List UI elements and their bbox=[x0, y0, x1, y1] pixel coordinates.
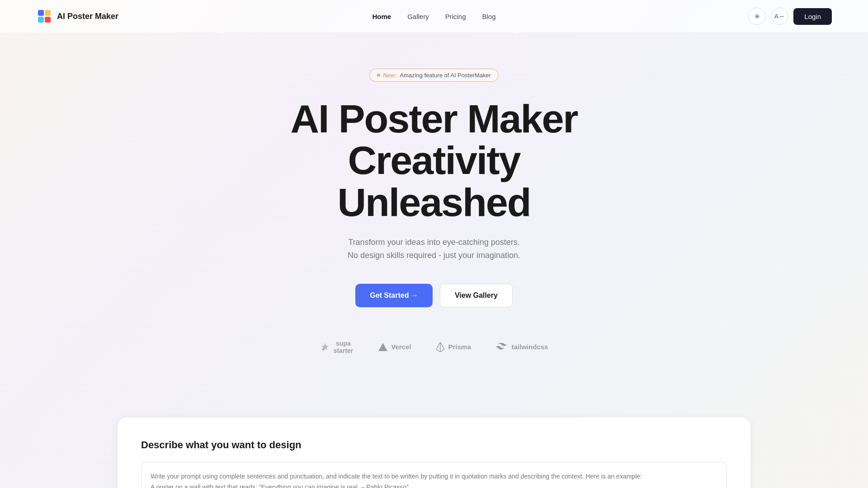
supastarter-label: supastarter bbox=[334, 340, 354, 354]
prisma-label: Prisma bbox=[448, 343, 471, 351]
hero-subtitle-line2: No design skills required - just your im… bbox=[348, 251, 520, 260]
translate-button[interactable]: A↔ bbox=[771, 8, 788, 25]
badge-dot bbox=[377, 74, 380, 77]
svg-rect-1 bbox=[45, 10, 51, 16]
nav-links: Home Gallery Pricing Blog bbox=[372, 13, 495, 20]
logo[interactable]: AI Poster Maker bbox=[36, 8, 118, 24]
svg-point-4 bbox=[322, 348, 325, 351]
design-section: Describe what you want to design bbox=[118, 418, 750, 488]
badge-description: Amazing feature of AI PosterMaker bbox=[400, 72, 491, 79]
nav-pricing[interactable]: Pricing bbox=[445, 13, 466, 20]
design-section-title: Describe what you want to design bbox=[141, 439, 727, 451]
sun-icon: ✳ bbox=[754, 12, 760, 21]
brand-prisma: Prisma bbox=[436, 342, 471, 352]
logo-icon bbox=[36, 8, 52, 24]
brand-supastarter: supastarter bbox=[320, 340, 354, 354]
nav-blog[interactable]: Blog bbox=[482, 13, 496, 20]
navbar: AI Poster Maker Home Gallery Pricing Blo… bbox=[0, 0, 868, 33]
nav-right: ✳ A↔ Login bbox=[748, 8, 832, 25]
svg-rect-3 bbox=[45, 17, 51, 23]
hero-title-line3: Unleashed bbox=[337, 180, 530, 225]
badge-new-label: New: bbox=[383, 72, 397, 79]
login-button[interactable]: Login bbox=[793, 8, 832, 25]
view-gallery-button[interactable]: View Gallery bbox=[440, 284, 513, 307]
translate-icon: A↔ bbox=[774, 13, 785, 20]
hero-title-line2: Creativity bbox=[348, 138, 520, 183]
brand-vercel: Vercel bbox=[378, 343, 411, 351]
hero-section: New: Amazing feature of AI PosterMaker A… bbox=[0, 33, 868, 418]
nav-home[interactable]: Home bbox=[372, 13, 391, 20]
brand-name: AI Poster Maker bbox=[57, 12, 118, 21]
brand-logos: supastarter Vercel Prisma tailwindcss bbox=[320, 340, 548, 354]
hero-title: AI Poster Maker Creativity Unleashed bbox=[290, 98, 577, 223]
new-badge: New: Amazing feature of AI PosterMaker bbox=[369, 69, 499, 82]
svg-rect-2 bbox=[38, 17, 44, 23]
prompt-textarea[interactable] bbox=[141, 462, 727, 488]
hero-subtitle: Transform your ideas into eye-catching p… bbox=[348, 236, 520, 262]
tailwindcss-label: tailwindcss bbox=[512, 343, 548, 351]
hero-buttons: Get Started → View Gallery bbox=[355, 284, 513, 307]
nav-gallery[interactable]: Gallery bbox=[407, 13, 429, 20]
theme-toggle-button[interactable]: ✳ bbox=[748, 8, 765, 25]
hero-title-line1: AI Poster Maker bbox=[290, 96, 577, 141]
tailwind-icon bbox=[496, 343, 508, 351]
svg-rect-0 bbox=[38, 10, 44, 16]
hero-subtitle-line1: Transform your ideas into eye-catching p… bbox=[348, 238, 520, 247]
vercel-icon bbox=[378, 343, 387, 351]
vercel-label: Vercel bbox=[391, 343, 411, 351]
get-started-button[interactable]: Get Started → bbox=[355, 284, 433, 307]
supastarter-icon bbox=[320, 342, 330, 352]
brand-tailwindcss: tailwindcss bbox=[496, 343, 548, 351]
prisma-icon bbox=[436, 342, 444, 352]
